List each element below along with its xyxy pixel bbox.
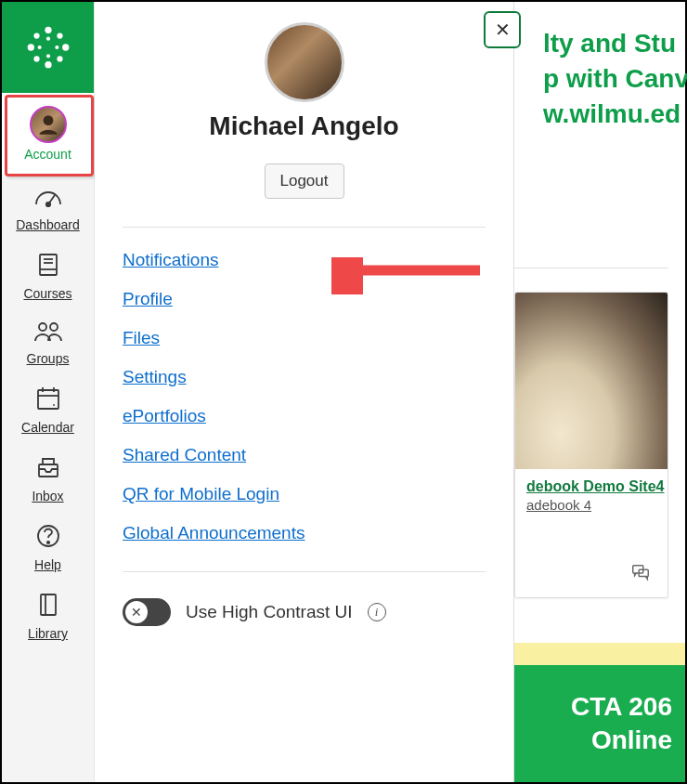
link-notifications[interactable]: Notifications <box>123 250 219 270</box>
course-title-link[interactable]: debook Demo Site4 <box>515 469 668 497</box>
avatar-small <box>30 106 67 143</box>
cta-line: CTA 206 <box>571 690 672 724</box>
canvas-logo[interactable] <box>2 2 94 93</box>
high-contrast-row: ✕ Use High Contrast UI i <box>123 598 486 626</box>
account-tray: ✕ Michael Angelo Logout Notifications Pr… <box>95 2 514 782</box>
nav-help[interactable]: Help <box>2 513 94 581</box>
toggle-knob-off-icon: ✕ <box>125 601 148 623</box>
calendar-icon <box>34 385 62 416</box>
svg-line-16 <box>48 195 55 204</box>
library-icon <box>36 591 60 622</box>
svg-point-9 <box>57 56 62 61</box>
svg-point-13 <box>55 46 58 49</box>
svg-point-21 <box>39 323 46 331</box>
cta-line: Online <box>591 724 672 757</box>
svg-point-2 <box>45 27 51 33</box>
info-icon[interactable]: i <box>368 603 386 621</box>
user-name: Michael Angelo <box>209 111 398 141</box>
svg-point-10 <box>45 37 49 41</box>
link-global-announcements[interactable]: Global Announcements <box>123 523 305 543</box>
high-contrast-toggle[interactable]: ✕ <box>123 598 171 626</box>
groups-icon <box>32 320 64 347</box>
dashboard-background: lty and Stu p with Canv w.wilmu.ed deboo… <box>514 2 685 782</box>
nav-label: Help <box>34 557 61 572</box>
nav-label: Calendar <box>21 420 74 435</box>
svg-point-22 <box>50 323 58 331</box>
svg-point-3 <box>45 61 51 68</box>
discussion-icon[interactable] <box>630 562 651 586</box>
logout-button[interactable]: Logout <box>265 163 344 199</box>
svg-rect-17 <box>40 255 57 275</box>
svg-point-4 <box>27 44 33 50</box>
svg-point-12 <box>37 46 41 49</box>
nav-label: Courses <box>23 286 71 301</box>
link-eportfolios[interactable]: ePortfolios <box>123 406 206 426</box>
svg-point-14 <box>43 115 53 125</box>
close-button[interactable]: ✕ <box>484 11 521 48</box>
nav-courses[interactable]: Courses <box>2 242 94 310</box>
svg-point-8 <box>33 56 39 61</box>
link-profile[interactable]: Profile <box>123 289 173 309</box>
divider <box>514 268 668 268</box>
svg-rect-23 <box>38 390 58 409</box>
high-contrast-label: Use High Contrast UI <box>186 602 353 622</box>
nav-label: Groups <box>27 351 70 366</box>
global-nav: Account Dashboard Courses Groups Calenda <box>2 2 95 782</box>
inbox-icon <box>34 453 62 485</box>
cta-block: CTA 206 Online <box>514 665 685 782</box>
svg-rect-36 <box>41 595 56 615</box>
svg-point-11 <box>45 54 49 58</box>
card-icon-row <box>630 562 651 586</box>
banner-line: lty and Stu <box>543 26 687 61</box>
link-files[interactable]: Files <box>123 328 160 348</box>
help-icon <box>34 522 62 554</box>
person-icon <box>36 112 60 137</box>
svg-point-7 <box>57 33 62 38</box>
close-icon: ✕ <box>495 19 511 41</box>
banner-text: lty and Stu p with Canv w.wilmu.ed <box>543 26 687 131</box>
canvas-logo-icon <box>24 23 72 72</box>
link-settings[interactable]: Settings <box>123 367 187 387</box>
nav-label: Inbox <box>32 489 63 503</box>
nav-account[interactable]: Account <box>2 93 94 175</box>
nav-label: Account <box>24 147 71 162</box>
link-shared-content[interactable]: Shared Content <box>123 445 246 465</box>
nav-calendar[interactable]: Calendar <box>2 375 94 444</box>
divider <box>123 227 486 228</box>
nav-library[interactable]: Library <box>2 581 94 650</box>
yellow-strip <box>514 643 685 665</box>
nav-dashboard[interactable]: Dashboard <box>2 175 94 242</box>
course-image <box>515 293 668 469</box>
course-subtitle: adebook 4 <box>515 497 668 524</box>
svg-rect-33 <box>39 464 58 477</box>
link-qr-mobile[interactable]: QR for Mobile Login <box>123 484 279 504</box>
course-card[interactable]: debook Demo Site4 adebook 4 <box>514 292 668 598</box>
banner-line: w.wilmu.ed <box>543 97 687 132</box>
nav-label: Library <box>28 626 68 641</box>
nav-groups[interactable]: Groups <box>2 310 94 375</box>
banner-line: p with Canv <box>543 61 687 97</box>
nav-label: Dashboard <box>16 217 80 232</box>
avatar-large[interactable] <box>265 22 344 102</box>
nav-inbox[interactable]: Inbox <box>2 444 94 513</box>
svg-point-6 <box>33 33 39 38</box>
courses-icon <box>34 251 62 282</box>
svg-point-35 <box>46 542 48 543</box>
divider <box>123 571 486 572</box>
account-links: Notifications Profile Files Settings ePo… <box>123 250 486 543</box>
dashboard-icon <box>32 184 64 214</box>
svg-point-5 <box>62 44 69 50</box>
